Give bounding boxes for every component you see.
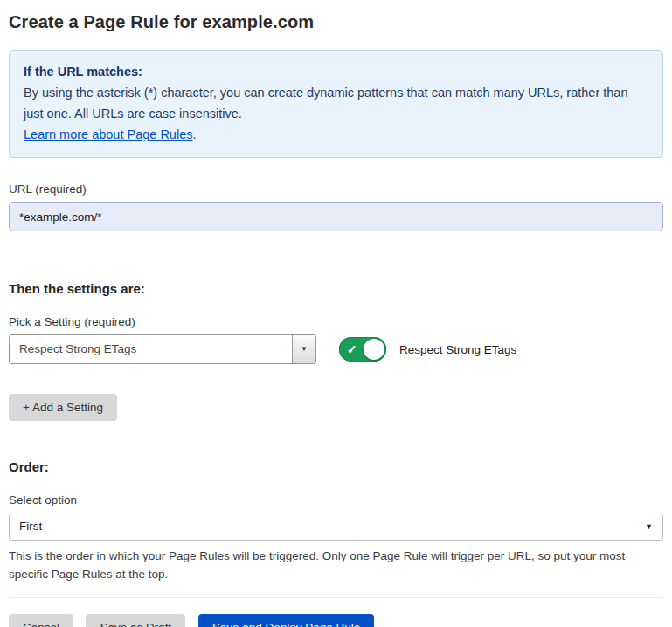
order-heading: Order: <box>9 459 663 474</box>
info-box-link-line: Learn more about Page Rules. <box>24 124 648 145</box>
setting-select[interactable]: Respect Strong ETags ▼ <box>9 334 316 364</box>
settings-heading: Then the settings are: <box>9 281 663 296</box>
link-period: . <box>192 127 196 141</box>
dropdown-caret-icon: ▼ <box>301 346 308 353</box>
footer-actions: Cancel Save as Draft Save and Deploy Pag… <box>9 614 663 627</box>
url-match-info-box: If the URL matches: By using the asteris… <box>9 50 663 158</box>
setting-row: Respect Strong ETags ▼ ✓ Respect Strong … <box>9 334 663 364</box>
toggle-knob <box>364 339 384 360</box>
page-title: Create a Page Rule for example.com <box>9 12 663 32</box>
url-field-label: URL (required) <box>9 183 663 196</box>
info-box-body: By using the asterisk (*) character, you… <box>24 82 648 124</box>
footer-divider <box>9 597 663 598</box>
add-setting-button[interactable]: + Add a Setting <box>9 394 117 421</box>
add-setting-row: + Add a Setting <box>9 394 663 421</box>
respect-strong-etags-toggle[interactable]: ✓ <box>339 337 386 362</box>
save-and-deploy-button[interactable]: Save and Deploy Page Rule <box>198 614 375 627</box>
section-divider <box>9 258 663 258</box>
info-box-heading: If the URL matches: <box>24 61 648 82</box>
toggle-label: Respect Strong ETags <box>399 343 516 356</box>
url-input[interactable] <box>9 202 663 231</box>
create-page-rule-form: Create a Page Rule for example.com If th… <box>0 0 672 627</box>
learn-more-link[interactable]: Learn more about Page Rules <box>24 127 192 141</box>
save-as-draft-button[interactable]: Save as Draft <box>86 614 185 627</box>
setting-select-caret-button[interactable]: ▼ <box>292 335 315 363</box>
order-select-value: First <box>10 513 662 540</box>
setting-select-value: Respect Strong ETags <box>10 335 292 363</box>
order-help-text: This is the order in which your Page Rul… <box>9 547 663 583</box>
order-select-label: Select option <box>9 493 663 506</box>
check-icon: ✓ <box>347 341 357 357</box>
cancel-button[interactable]: Cancel <box>9 614 73 627</box>
order-select[interactable]: First ▼ <box>9 513 663 541</box>
pick-setting-label: Pick a Setting (required) <box>9 315 663 328</box>
select-caret-icon: ▼ <box>645 523 653 531</box>
